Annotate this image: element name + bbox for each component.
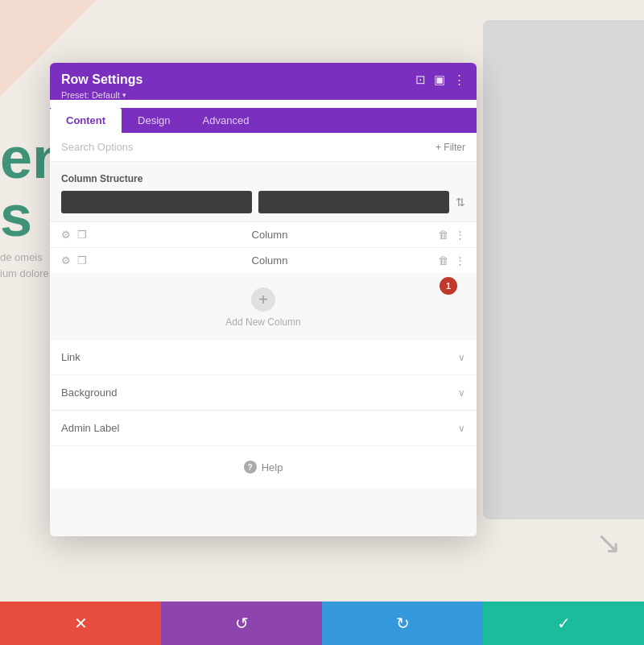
more-options-icon[interactable]: ⋮: [453, 72, 465, 87]
modal-header: Row Settings ⊡ ▣ ⋮ Preset: Default ▾: [50, 63, 477, 100]
add-column-button[interactable]: + Add New Column: [50, 273, 477, 339]
bg-gray-panel: [483, 20, 644, 519]
preset-label: Preset: Default: [61, 90, 120, 100]
modal-tabs: Content Design Advanced: [50, 108, 477, 133]
col-row-1-label: Column: [101, 229, 438, 241]
col-row-2-actions: 🗑 ⋮: [438, 254, 465, 267]
help-label: Help: [262, 461, 283, 473]
bg-arrow-icon: ↘: [596, 525, 621, 560]
column-row-2: ⚙ ❐ Column 🗑 ⋮: [50, 247, 477, 273]
search-placeholder[interactable]: Search Options: [61, 141, 134, 153]
admin-label-label: Admin Label: [61, 422, 119, 434]
section-column-structure-label: Column Structure: [50, 162, 477, 191]
filter-button[interactable]: + Filter: [436, 142, 465, 153]
column-row-1: ⚙ ❐ Column 🗑 ⋮: [50, 221, 477, 247]
col-row-1-actions: 🗑 ⋮: [438, 229, 465, 241]
modal-header-top: Row Settings ⊡ ▣ ⋮: [61, 72, 465, 87]
col-1-settings-icon[interactable]: ⚙: [61, 229, 71, 241]
preset-line[interactable]: Preset: Default ▾: [61, 90, 465, 100]
column-options: ⇅: [61, 191, 465, 213]
tab-content[interactable]: Content: [50, 108, 122, 133]
modal-title: Row Settings: [61, 72, 142, 87]
link-label: Link: [61, 351, 80, 363]
col-swap-icon[interactable]: ⇅: [456, 196, 465, 209]
col-row-1-left-icons: ⚙ ❐: [61, 229, 101, 241]
background-section[interactable]: Background ∨: [50, 374, 477, 410]
column-structure: ⇅: [50, 191, 477, 221]
col-2-duplicate-icon[interactable]: ❐: [77, 254, 87, 267]
header-icons: ⊡ ▣ ⋮: [415, 72, 465, 87]
col-bar-1[interactable]: [61, 191, 252, 213]
link-section[interactable]: Link ∨: [50, 339, 477, 374]
split-icon[interactable]: ▣: [434, 72, 445, 87]
link-chevron-icon: ∨: [458, 352, 465, 363]
tab-design[interactable]: Design: [122, 108, 186, 133]
col-2-delete-icon[interactable]: 🗑: [438, 254, 448, 267]
fullscreen-icon[interactable]: ⊡: [415, 72, 426, 87]
col-1-delete-icon[interactable]: 🗑: [438, 229, 448, 241]
add-circle-icon: +: [251, 287, 275, 312]
tab-advanced[interactable]: Advanced: [187, 108, 266, 133]
help-row[interactable]: ? Help: [50, 445, 477, 488]
help-icon: ?: [244, 461, 257, 473]
col-1-duplicate-icon[interactable]: ❐: [77, 229, 87, 241]
admin-label-chevron-icon: ∨: [458, 423, 465, 434]
admin-label-section[interactable]: Admin Label ∨: [50, 410, 477, 445]
preset-caret-icon: ▾: [122, 91, 126, 99]
modal-body: Search Options + Filter Column Structure…: [50, 133, 477, 536]
col-row-2-left-icons: ⚙ ❐: [61, 254, 101, 267]
col-row-2-label: Column: [101, 254, 438, 267]
bottom-bar: ✕ ↺ ↻ ✓: [0, 602, 644, 645]
col-2-more-icon[interactable]: ⋮: [455, 254, 465, 267]
redo-button[interactable]: ↻: [322, 602, 483, 645]
badge-number: 1: [440, 277, 457, 295]
add-column-label: Add New Column: [225, 316, 300, 328]
undo-button[interactable]: ↺: [161, 602, 322, 645]
bg-body-text: de omeis ium dolore: [0, 250, 49, 281]
modal-spacer: [50, 488, 477, 536]
col-1-more-icon[interactable]: ⋮: [455, 229, 465, 241]
save-button[interactable]: ✓: [483, 602, 644, 645]
row-settings-modal: Row Settings ⊡ ▣ ⋮ Preset: Default ▾ Con…: [50, 63, 477, 536]
col-2-settings-icon[interactable]: ⚙: [61, 254, 71, 267]
background-chevron-icon: ∨: [458, 387, 465, 399]
filter-label: + Filter: [436, 142, 465, 153]
background-label: Background: [61, 387, 117, 399]
col-bar-2[interactable]: [258, 191, 449, 213]
search-bar: Search Options + Filter: [50, 133, 477, 162]
cancel-button[interactable]: ✕: [0, 602, 161, 645]
